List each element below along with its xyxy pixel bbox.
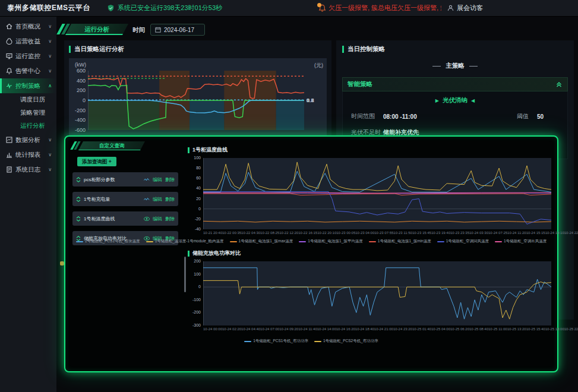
- chevron-down-icon: ∨: [48, 152, 52, 157]
- legend-item[interactable]: 1号储能柜_电池簇1_簇平均温度: [299, 239, 362, 244]
- legend-label: 1号储能柜_空调回风温度: [446, 239, 489, 244]
- legend-marker: [146, 241, 153, 242]
- collapse-double-chevron-icon[interactable]: [555, 81, 563, 88]
- sidebar-subitem-dispatch-calendar[interactable]: 调度日历: [0, 93, 56, 106]
- x-tick-label: 10-22 04:30: [241, 231, 260, 235]
- strategy-row: 时间范围 08:00 -11:00 阈值 50: [346, 112, 564, 121]
- x-tick-label: 10-24 09:20: [279, 327, 298, 331]
- tab-custom-query[interactable]: 自定义查询: [78, 141, 145, 150]
- plot-area: [203, 261, 551, 325]
- sidebar-item-home[interactable]: 首页概况 ∨: [0, 19, 56, 34]
- sidebar-subitem-strategy-management[interactable]: 策略管理: [0, 106, 56, 119]
- left-arrow-icon: ▶: [435, 98, 439, 103]
- main-strategy-heading: 主策略: [342, 62, 568, 70]
- panel-title-text: 当日控制策略: [348, 45, 385, 53]
- axis-units: (kW) (元): [71, 62, 324, 71]
- x-tick-label: 10-24 11:40: [298, 327, 317, 331]
- edit-link[interactable]: 编辑: [153, 196, 162, 203]
- y-axis-left: 6004002000-200-400-600: [71, 71, 88, 130]
- legend-item[interactable]: 1号储能柜_空调回风温度: [437, 239, 489, 244]
- sparkline-icon[interactable]: [144, 178, 150, 182]
- x-tick-label: 10-22 12:20: [279, 231, 298, 235]
- user-icon: [447, 5, 454, 11]
- row-label: 时间范围: [346, 112, 383, 121]
- query-row-cabinet1-charge[interactable]: 1号柜充电量 编辑 删除: [72, 192, 178, 206]
- log-file-icon: [6, 166, 12, 173]
- legend-item[interactable]: 1号储能柜_温湿度-1号module_舱内温度: [146, 239, 224, 244]
- x-tick-label: 10-25 11:00: [488, 327, 507, 331]
- x-tick-label: 10-25 13:20: [507, 327, 526, 331]
- sidebar-item-system-log[interactable]: 系统日志 ∨: [0, 162, 56, 177]
- drag-handle-icon[interactable]: [76, 216, 81, 222]
- tab-run-analysis[interactable]: 运行分析: [65, 24, 128, 35]
- scrollbar-thumb[interactable]: [184, 257, 186, 292]
- x-tick-label: 10-22 08:25: [260, 231, 279, 235]
- x-tick-label: 10-24 14:00: [317, 327, 336, 331]
- legend-item[interactable]: 1号储能柜_PCS2号机_有功功率: [314, 339, 378, 344]
- legend-label: 1号储能柜_PCS1号机_有功功率: [253, 339, 308, 344]
- dash-decoration: [469, 66, 478, 67]
- username[interactable]: 展会访客: [457, 4, 483, 12]
- sparkline-icon[interactable]: [144, 197, 150, 201]
- sidebar-item-label: 数据分析: [15, 136, 40, 144]
- chevron-up-icon: ∧: [48, 83, 52, 88]
- subitem-label: 调度日历: [20, 96, 45, 104]
- edit-link[interactable]: 编辑: [153, 216, 162, 222]
- legend-label: 1号储能柜_温湿度-1号module_舱内温度: [155, 239, 224, 244]
- smart-strategy-header[interactable]: 智能策略: [342, 77, 568, 91]
- top-header: 泰州多储联控EMS云平台 系统已安全运行398天23时01分53秒 欠压一级报警…: [0, 0, 578, 17]
- x-tick-label: 10-24 23:20: [393, 327, 412, 331]
- mode-row: ▶ 光伏消纳 ◀: [346, 96, 564, 105]
- legend-item[interactable]: 1号储能柜_电池簇1_簇max温度: [230, 239, 293, 244]
- delete-link[interactable]: 删除: [165, 196, 175, 203]
- x-tick-label: 10-25 08:40: [469, 327, 488, 331]
- query-row-cabinet1-temperature[interactable]: 1号柜温度曲线 编辑 删除: [72, 211, 178, 226]
- mode-label: 光伏消纳: [443, 96, 468, 105]
- x-tick-label: 10-23 11:50: [393, 231, 412, 235]
- legend-item[interactable]: 1号储能柜_PCS1号机_有功功率: [244, 339, 308, 344]
- strategy-pulse-icon: [6, 83, 12, 89]
- sidebar-item-alarms[interactable]: 告警中心 ∨: [0, 64, 56, 78]
- sidebar-item-reports[interactable]: 统计报表 ∨: [0, 147, 56, 162]
- sidebar-item-data-analysis[interactable]: 数据分析 ∨: [0, 132, 56, 147]
- query-row-pcs-params[interactable]: pcs柜部分参数 编辑 删除: [72, 172, 178, 186]
- date-picker[interactable]: 2024-06-17: [150, 24, 205, 36]
- user-menu[interactable]: 展会访客: [447, 4, 483, 12]
- legend-item[interactable]: 1号储能柜_电池簇1_簇min温度: [369, 239, 431, 244]
- x-tick-label: 10-23 00:05: [336, 231, 355, 235]
- sidebar-item-control-strategy[interactable]: 控制策略 ∧: [0, 78, 56, 93]
- legend-marker: [76, 241, 83, 242]
- x-tick-label: 10-24 07:00: [260, 327, 279, 331]
- drag-handle-icon[interactable]: [76, 197, 81, 202]
- title-accent-bar: [342, 46, 344, 53]
- chart1-title: 1号柜温度曲线: [188, 146, 228, 154]
- chart1-legend: 1号储能柜_PCS1号机_模块温度1号储能柜_温湿度-1号module_舱内温度…: [65, 239, 557, 244]
- sidebar-item-label: 系统日志: [15, 166, 40, 174]
- legend-label: 1号储能柜_电池簇1_簇max温度: [239, 239, 293, 244]
- eye-icon[interactable]: [144, 217, 150, 221]
- legend-label: 1号储能柜_电池簇1_簇min温度: [378, 239, 431, 244]
- delete-link[interactable]: 删除: [165, 216, 175, 222]
- chevron-down-icon: ∨: [48, 167, 52, 172]
- sidebar-item-revenue[interactable]: 运营收益 ∨: [0, 34, 56, 49]
- bell-icon[interactable]: [318, 4, 326, 12]
- edit-link[interactable]: 编辑: [153, 176, 162, 183]
- alert-ticker[interactable]: 欠压一级报警, 簇总电压欠压一级报警, 簇SO: [318, 4, 441, 12]
- x-tick-label: 10-22 20:10: [317, 231, 336, 235]
- legend-item[interactable]: 1号储能柜_空调出风温度: [495, 239, 547, 244]
- x-tick-label: 10-24 21:00: [374, 327, 393, 331]
- sidebar-subitem-run-analysis[interactable]: 运行分析: [0, 119, 56, 132]
- drag-handle-icon[interactable]: [76, 177, 81, 182]
- x-axis-labels: 10-21 20:4010-22 00:3510-22 04:3010-22 0…: [203, 231, 551, 235]
- x-tick-label: 10-24 02:20: [222, 327, 241, 331]
- delete-link[interactable]: 删除: [165, 176, 175, 183]
- legend-marker: [495, 241, 502, 242]
- date-value: 2024-06-17: [164, 27, 194, 33]
- alert-text[interactable]: 欠压一级报警, 簇总电压欠压一级报警, 簇SO: [329, 4, 441, 12]
- x-tick-label: 10-21 20:40: [203, 231, 222, 235]
- sidebar-item-monitoring[interactable]: 运行监控 ∨: [0, 49, 56, 64]
- legend-item[interactable]: 1号储能柜_PCS1号机_模块温度: [76, 239, 140, 244]
- add-query-button[interactable]: 添加查询图 +: [77, 157, 116, 166]
- x-tick-label: 10-22 00:35: [222, 231, 241, 235]
- legend-marker: [369, 241, 376, 242]
